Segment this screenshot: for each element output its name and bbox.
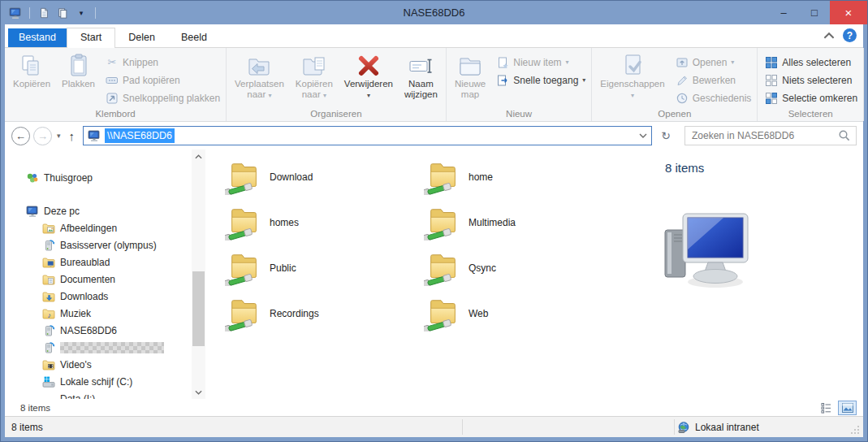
sidebar-scrollbar[interactable] bbox=[192, 150, 205, 399]
scroll-up-arrow[interactable] bbox=[192, 150, 205, 163]
cut-button[interactable]: ✂ Knippen bbox=[106, 54, 220, 71]
sidebar-item[interactable] bbox=[5, 339, 192, 356]
window-title: NASE68DD6 bbox=[1, 6, 867, 19]
ribbon-tab-row: Bestand Start Delen Beeld ? bbox=[5, 24, 863, 47]
shared-folder-item[interactable]: Download bbox=[225, 154, 424, 200]
collapse-ribbon-button[interactable] bbox=[823, 32, 835, 40]
select-none-button[interactable]: Niets selecteren bbox=[765, 72, 857, 89]
dropdown-arrow-icon: ▾ bbox=[582, 77, 585, 84]
sidebar-item-label: Documenten bbox=[60, 274, 115, 285]
sidebar-item[interactable]: Afbeeldingen bbox=[5, 219, 192, 236]
sidebar-item-icon bbox=[42, 392, 55, 400]
dropdown-arrow-icon: ▾ bbox=[631, 92, 634, 99]
move-to-button[interactable]: Verplaatsen naar ▾ bbox=[229, 50, 290, 100]
properties-button[interactable]: Eigenschappen ▾ bbox=[594, 50, 670, 100]
sidebar-item[interactable]: Thuisgroep bbox=[5, 169, 192, 186]
shortcut-icon bbox=[106, 92, 119, 105]
shared-folder-item[interactable]: homes bbox=[225, 200, 424, 245]
system-menu-computer-icon[interactable] bbox=[8, 6, 23, 20]
shared-folder-label: Qsync bbox=[469, 262, 496, 274]
select-all-button[interactable]: Alles selecteren bbox=[765, 54, 857, 71]
qat-new-folder-button[interactable] bbox=[55, 6, 70, 20]
forward-button[interactable]: → bbox=[33, 127, 52, 145]
minimize-button[interactable]: – bbox=[768, 1, 799, 24]
sidebar-item[interactable]: Data (I:) bbox=[5, 390, 192, 399]
refresh-button[interactable]: ↻ bbox=[655, 126, 676, 145]
sidebar-item-label: Muziek bbox=[60, 308, 91, 319]
help-button[interactable]: ? bbox=[843, 28, 857, 42]
copy-button[interactable]: Kopiëren bbox=[7, 50, 56, 89]
close-button[interactable]: × bbox=[830, 1, 867, 24]
shared-folder-item[interactable]: Web bbox=[424, 291, 623, 336]
sidebar-item[interactable]: Muziek bbox=[5, 305, 192, 322]
computer-illustration-icon bbox=[657, 209, 761, 292]
qat-separator bbox=[95, 7, 96, 19]
zone-bar-item-count: 8 items bbox=[5, 422, 43, 433]
open-button[interactable]: Openen ▾ bbox=[676, 54, 752, 71]
address-dropdown-button[interactable] bbox=[635, 127, 651, 145]
easy-access-button[interactable]: Snelle toegang ▾ bbox=[496, 72, 585, 89]
sidebar-item[interactable]: NASE68DD6 bbox=[5, 322, 192, 339]
dropdown-arrow-icon: ▾ bbox=[323, 92, 326, 99]
search-icon[interactable] bbox=[838, 129, 851, 142]
qat-properties-button[interactable] bbox=[37, 6, 51, 20]
paste-button[interactable]: Plakken bbox=[56, 50, 101, 89]
edit-button[interactable]: Bewerken bbox=[676, 72, 752, 89]
tab-bestand[interactable]: Bestand bbox=[8, 28, 67, 47]
paste-shortcut-button[interactable]: Snelkoppeling plakken bbox=[106, 89, 220, 106]
up-icon: ↑ bbox=[69, 129, 76, 143]
maximize-button[interactable]: □ bbox=[799, 1, 830, 24]
titlebar: ▾ NASE68DD6 – □ × bbox=[1, 1, 867, 24]
copy-to-button[interactable]: Kopiëren naar ▾ bbox=[290, 50, 339, 100]
address-bar[interactable]: \\NASE68DD6 bbox=[83, 126, 652, 145]
ribbon-group-organiseren: Verplaatsen naar ▾ Kopiëren naar ▾ Verwi… bbox=[227, 48, 447, 121]
shared-folder-item[interactable]: home bbox=[424, 154, 623, 200]
sidebar-item[interactable]: Deze pc bbox=[5, 202, 192, 219]
sidebar-item[interactable]: Downloads bbox=[5, 288, 192, 305]
tab-start[interactable]: Start bbox=[67, 28, 115, 48]
qat-customize-arrow[interactable]: ▾ bbox=[74, 6, 89, 20]
sidebar-item[interactable]: Basisserver (olympus) bbox=[5, 236, 192, 254]
zone-label: Lokaal intranet bbox=[695, 422, 759, 433]
back-button[interactable]: ← bbox=[11, 127, 30, 145]
delete-button[interactable]: Verwijderen ▾ bbox=[339, 50, 399, 100]
address-text-selected: \\NASE68DD6 bbox=[105, 128, 175, 143]
tab-delen[interactable]: Delen bbox=[115, 28, 168, 47]
shared-folder-item[interactable]: Multimedia bbox=[424, 200, 623, 245]
search-input[interactable] bbox=[692, 130, 838, 141]
shared-folder-item[interactable]: Recordings bbox=[225, 291, 424, 336]
sidebar-item-icon bbox=[42, 324, 55, 337]
history-button[interactable]: Geschiedenis bbox=[676, 89, 752, 106]
scrollbar-thumb[interactable] bbox=[192, 271, 205, 346]
quick-access-toolbar: ▾ bbox=[1, 6, 98, 20]
group-label-klembord: Klembord bbox=[7, 109, 223, 121]
open-icon bbox=[676, 56, 689, 69]
shared-folder-item[interactable]: Qsync bbox=[424, 245, 623, 291]
resize-grip[interactable] bbox=[850, 425, 860, 435]
recent-locations-arrow[interactable]: ▾ bbox=[55, 132, 63, 140]
sidebar-item[interactable]: Lokale schijf (C:) bbox=[5, 373, 192, 390]
sidebar-item-icon bbox=[26, 205, 39, 218]
invert-selection-button[interactable]: Selectie omkeren bbox=[765, 89, 857, 106]
shared-folder-icon bbox=[225, 296, 262, 332]
sidebar-item[interactable]: Documenten bbox=[5, 271, 192, 288]
details-view-button[interactable] bbox=[817, 401, 836, 415]
zone-status-bar: 8 items Lokaal intranet bbox=[5, 416, 863, 437]
scroll-down-arrow[interactable] bbox=[192, 385, 205, 399]
new-folder-button[interactable]: Nieuwe map bbox=[449, 50, 491, 100]
sidebar-item[interactable]: Bureaublad bbox=[5, 254, 192, 271]
rename-button[interactable]: Naam wijzigen bbox=[399, 50, 443, 100]
group-label-nieuw: Nieuw bbox=[449, 109, 589, 121]
history-icon bbox=[676, 92, 689, 105]
copy-path-button[interactable]: Pad kopiëren bbox=[106, 72, 220, 89]
shared-folder-label: Recordings bbox=[270, 308, 319, 319]
shared-folder-icon bbox=[424, 250, 461, 286]
sidebar-item[interactable]: Video's bbox=[5, 356, 192, 373]
up-button[interactable]: ↑ bbox=[66, 129, 80, 143]
tab-beeld[interactable]: Beeld bbox=[168, 28, 220, 47]
easy-access-icon bbox=[496, 74, 509, 87]
large-icons-view-button[interactable] bbox=[838, 401, 857, 415]
shared-folder-item[interactable]: Public bbox=[225, 245, 424, 291]
new-item-icon bbox=[496, 56, 509, 69]
new-item-button[interactable]: Nieuw item ▾ bbox=[496, 54, 585, 71]
